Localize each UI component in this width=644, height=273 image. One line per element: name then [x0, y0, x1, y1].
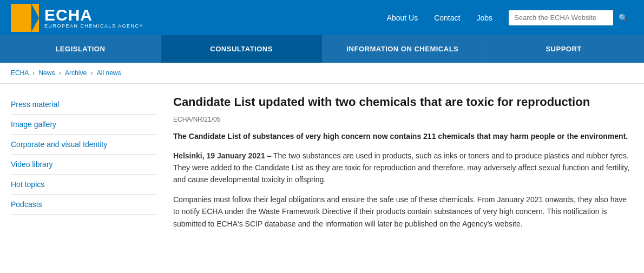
nav-support[interactable]: SUPPORT	[483, 35, 644, 63]
sidebar-item-image: Image gallery	[11, 115, 157, 135]
header-nav: About Us Contact Jobs 🔍	[387, 10, 633, 25]
article-title: Candidate List updated with two chemical…	[173, 95, 633, 110]
breadcrumb-archive[interactable]: Archive	[65, 69, 87, 77]
logo-text: ECHA EUROPEAN CHEMICALS AGENCY	[44, 7, 143, 29]
nav-consultations[interactable]: CONSULTATIONS	[161, 35, 323, 63]
sidebar-item-video: Video library	[11, 155, 157, 175]
breadcrumb-sep3: ›	[90, 69, 94, 77]
nav-legislation[interactable]: LEGISLATION	[0, 35, 161, 63]
breadcrumb: ECHA › News › Archive › All news	[0, 63, 644, 84]
logo-area: ECHA EUROPEAN CHEMICALS AGENCY	[11, 4, 143, 32]
breadcrumb-sep1: ›	[32, 69, 36, 77]
search-box: 🔍	[509, 10, 633, 25]
sidebar-link-corporate[interactable]: Corporate and visual Identity	[11, 140, 107, 149]
sidebar-item-corporate: Corporate and visual Identity	[11, 135, 157, 155]
sidebar-item-podcasts: Podcasts	[11, 195, 157, 215]
breadcrumb-sep2: ›	[59, 69, 63, 77]
sidebar-link-image[interactable]: Image gallery	[11, 120, 56, 129]
article-body-2: Companies must follow their legal obliga…	[173, 194, 633, 230]
breadcrumb-news[interactable]: News	[38, 69, 55, 77]
sidebar: Press material Image gallery Corporate a…	[11, 95, 157, 237]
logo-subtitle-text: EUROPEAN CHEMICALS AGENCY	[44, 23, 143, 29]
about-us-link[interactable]: About Us	[387, 14, 418, 22]
breadcrumb-echa[interactable]: ECHA	[11, 69, 29, 77]
search-button[interactable]: 🔍	[613, 10, 633, 25]
sidebar-link-hot[interactable]: Hot topics	[11, 180, 44, 189]
article: Candidate List updated with two chemical…	[168, 95, 633, 237]
nav-information-on-chemicals[interactable]: INFORMATION ON CHEMICALS	[323, 35, 484, 63]
sidebar-link-video[interactable]: Video library	[11, 160, 53, 169]
search-input[interactable]	[509, 10, 613, 25]
header: ECHA EUROPEAN CHEMICALS AGENCY About Us …	[0, 0, 644, 35]
logo-main-text: ECHA	[44, 7, 143, 23]
main-content: Press material Image gallery Corporate a…	[0, 84, 644, 248]
sidebar-item-press: Press material	[11, 95, 157, 115]
sidebar-link-press[interactable]: Press material	[11, 100, 59, 109]
breadcrumb-allnews[interactable]: All news	[97, 69, 121, 77]
article-ref: ECHA/NR/21/05	[173, 116, 633, 123]
sidebar-link-podcasts[interactable]: Podcasts	[11, 200, 42, 209]
logo-icon	[11, 4, 39, 32]
contact-link[interactable]: Contact	[434, 14, 460, 22]
article-summary: The Candidate List of substances of very…	[173, 131, 633, 142]
article-body-1: Helsinki, 19 January 2021 – The two subs…	[173, 150, 633, 186]
nav-bar: LEGISLATION CONSULTATIONS INFORMATION ON…	[0, 35, 644, 63]
article-dateline: Helsinki, 19 January 2021	[173, 151, 265, 160]
sidebar-item-hot: Hot topics	[11, 175, 157, 195]
jobs-link[interactable]: Jobs	[476, 14, 492, 22]
